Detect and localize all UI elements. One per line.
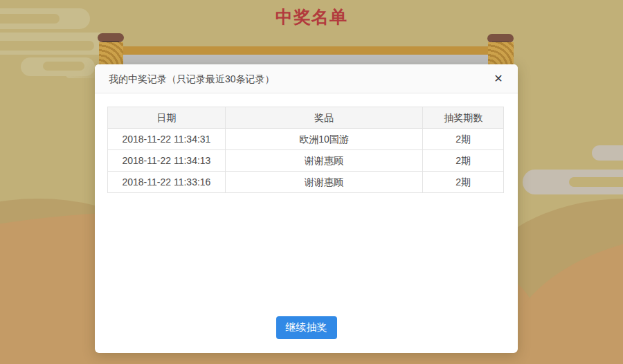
close-icon[interactable]: ✕	[489, 64, 508, 93]
cell-period: 2期	[423, 129, 504, 150]
scroll-rod	[122, 46, 489, 55]
cell-prize: 谢谢惠顾	[226, 150, 423, 172]
cell-prize: 欧洲10国游	[226, 129, 423, 150]
table-row: 2018-11-22 11:33:16 谢谢惠顾 2期	[108, 172, 504, 193]
records-table: 日期 奖品 抽奖期数 2018-11-22 11:34:31 欧洲10国游 2期…	[107, 107, 504, 193]
col-header-prize: 奖品	[226, 107, 423, 129]
cell-prize: 谢谢惠顾	[226, 172, 423, 193]
table-row: 2018-11-22 11:34:13 谢谢惠顾 2期	[108, 150, 504, 172]
scroll-paper	[123, 55, 488, 64]
cell-date: 2018-11-22 11:34:13	[108, 150, 226, 172]
continue-draw-button[interactable]: 继续抽奖	[276, 316, 337, 339]
scroll-left-roller	[99, 42, 123, 64]
col-header-period: 抽奖期数	[423, 107, 504, 129]
page-title: 中奖名单	[0, 6, 623, 28]
cell-date: 2018-11-22 11:33:16	[108, 172, 226, 193]
cell-date: 2018-11-22 11:34:31	[108, 129, 226, 150]
table-row: 2018-11-22 11:34:31 欧洲10国游 2期	[108, 129, 504, 150]
scroll-right-roller	[488, 42, 514, 64]
modal-header: 我的中奖记录（只记录最近30条记录） ✕	[95, 64, 518, 93]
table-header-row: 日期 奖品 抽奖期数	[108, 107, 504, 129]
cell-period: 2期	[423, 150, 504, 172]
col-header-date: 日期	[108, 107, 226, 129]
cell-period: 2期	[423, 172, 504, 193]
modal-title: 我的中奖记录（只记录最近30条记录）	[109, 73, 275, 84]
winning-records-modal: 我的中奖记录（只记录最近30条记录） ✕ 日期 奖品 抽奖期数 2018-11-…	[95, 64, 518, 353]
